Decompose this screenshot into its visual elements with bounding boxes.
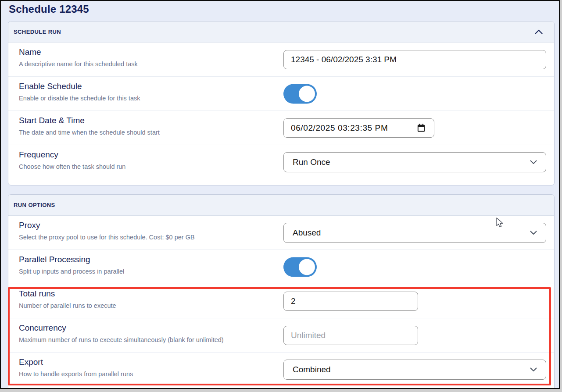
toggle-knob [299,86,315,102]
total-runs-input[interactable] [283,292,418,311]
field-row-name: Name A descriptive name for this schedul… [8,43,554,77]
field-description: Select the proxy pool to use for this sc… [19,234,195,241]
field-row-proxy: Proxy Select the proxy pool to use for t… [8,216,554,250]
enable-schedule-toggle[interactable] [283,84,317,103]
field-description: Choose how often the task should run [19,163,125,170]
field-row-parallel-processing: Parallel Processing Split up inputs and … [8,250,554,284]
field-row-enable-schedule: Enable Schedule Enable or disable the sc… [8,77,554,111]
select-value: Run Once [293,157,330,167]
field-row-concurrency: Concurrency Maximum number of runs to ex… [8,318,554,353]
chevron-up-icon[interactable] [535,29,543,34]
field-label: Frequency [19,150,125,160]
section-header-label: SCHEDULE RUN [14,29,61,35]
field-row-start-datetime: Start Date & Time The date and time when… [8,111,554,145]
concurrency-input[interactable] [283,326,418,345]
field-label: Start Date & Time [19,116,160,125]
frequency-select[interactable]: Run Once [283,152,546,172]
calendar-icon[interactable] [417,124,425,132]
field-label: Export [19,357,133,367]
field-description: Enable or disable the schedule for this … [19,95,140,102]
field-row-total-runs: Total runs Number of parallel runs to ex… [8,284,554,318]
section-header-schedule-run[interactable]: SCHEDULE RUN [8,21,554,43]
field-label: Name [19,47,138,57]
export-select[interactable]: Combined [283,360,546,380]
select-value: Abused [293,228,321,238]
start-datetime-input[interactable]: 06/02/2025 03:23:35 PM [283,118,434,138]
section-run-options: RUN OPTIONS Proxy Select the proxy pool … [8,194,555,389]
field-row-export: Export How to handle exports from parall… [8,353,554,387]
section-header-run-options[interactable]: RUN OPTIONS [8,195,554,216]
app-window: Schedule 12345 SCHEDULE RUN Name A descr… [0,0,560,389]
field-description: How to handle exports from parallel runs [19,371,133,378]
datetime-value: 06/02/2025 03:23:35 PM [291,123,388,133]
field-description: Number of parallel runs to execute [19,302,116,309]
field-label: Proxy [19,221,195,230]
field-label: Enable Schedule [19,82,140,91]
chevron-down-icon [530,160,537,164]
chevron-down-icon [530,231,537,235]
field-description: The date and time when the schedule shou… [19,129,160,136]
select-value: Combined [293,365,331,374]
chevron-down-icon [530,367,537,372]
field-description: Maximum number of runs to execute simult… [19,336,224,343]
field-label: Concurrency [19,323,224,333]
section-header-label: RUN OPTIONS [14,202,55,208]
proxy-select[interactable]: Abused [283,223,546,243]
section-schedule-run: SCHEDULE RUN Name A descriptive name for… [8,21,555,185]
field-description: A descriptive name for this scheduled ta… [19,61,138,68]
field-row-frequency: Frequency Choose how often the task shou… [8,145,554,179]
name-input[interactable] [283,50,546,69]
field-description: Split up inputs and process in parallel [19,268,124,275]
field-label: Parallel Processing [19,255,124,264]
parallel-processing-toggle[interactable] [283,257,317,277]
field-label: Total runs [19,289,116,299]
toggle-knob [299,259,315,275]
page-title: Schedule 12345 [9,3,89,15]
